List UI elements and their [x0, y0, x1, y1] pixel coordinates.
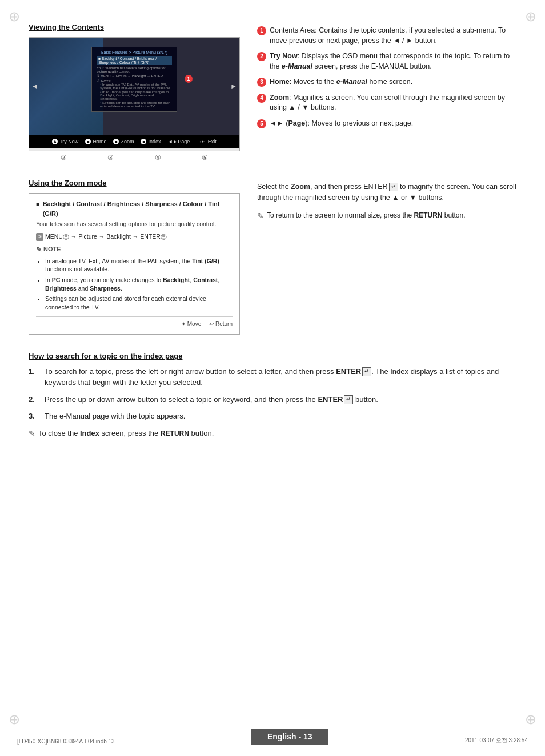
vc-item-3-text: Home: Moves to the e-Manual home screen.	[270, 77, 412, 87]
menu-panel-wrapper: Basic Features > Picture Menu (3/17) ■ B…	[73, 42, 195, 112]
index-section: How to search for a topic on the index p…	[29, 352, 516, 440]
nav-try-now-label: Try Now	[59, 139, 78, 144]
vc-item-1-text: Contents Area: Contains the topic conten…	[270, 26, 516, 46]
circle-3: 3	[257, 78, 266, 87]
index-steps-list: 1. To search for a topic, press the left…	[29, 366, 516, 422]
zoom-return-note: ✎ To return to the screen to normal size…	[257, 210, 516, 222]
step-num-3: 3.	[29, 411, 40, 422]
zoom-mode-heading: Using the Zoom mode	[29, 179, 240, 187]
nav-index-label: Index	[148, 139, 161, 144]
step-3-text: The e-Manual page with the topic appears…	[45, 411, 185, 422]
zoom-panel-footer: ✦ Move ↩ Return	[36, 316, 233, 328]
nav-zoom-icon: ■	[113, 139, 119, 144]
corner-mark-tl: ⊕	[9, 9, 20, 25]
menu-highlight-item: ■ Backlight / Contrast / Brightness / Sh…	[97, 56, 171, 65]
nav-index: ■ Index	[141, 139, 161, 144]
zoom-panel-title: ■ Backlight / Contrast / Brightness / Sh…	[36, 199, 233, 218]
zoom-right-panel: Select the Zoom, and then press ENTER↵ t…	[257, 179, 516, 335]
footer-left-text: [LD450-XC]BN68-03394A-L04.indb 13	[17, 738, 115, 745]
vc-numbered-list: 1 Contents Area: Contains the topic cont…	[257, 26, 516, 128]
zoom-cmd-text: MENU㊂ → Picture → Backlight → ENTER㊂	[45, 232, 167, 242]
nav-home-label: Home	[93, 139, 106, 144]
vc-item-5: 5 ◄► (Page): Moves to previous or next p…	[257, 119, 516, 129]
note-icon-label: ✎ NOTE	[36, 244, 233, 255]
tv-screen: ◄ ► Basic Features > Picture Menu (3/17)…	[29, 38, 239, 135]
nav-page: ◄►Page	[167, 139, 190, 144]
vc-item-3: 3 Home: Moves to the e-Manual home scree…	[257, 77, 516, 87]
note-symbol-icon: ✎	[257, 210, 264, 222]
index-step-3: 3. The e-Manual page with the topic appe…	[29, 411, 516, 422]
zoom-note-item-1: In analogue TV, Ext., AV modes of the PA…	[45, 257, 233, 274]
menu-panel-title: Basic Features > Picture Menu (3/17)	[97, 50, 171, 54]
zoom-panel: ■ Backlight / Contrast / Brightness / Sh…	[29, 193, 240, 335]
note-label: NOTE	[43, 244, 61, 254]
zoom-menu-cmd: ⑤ MENU㊂ → Picture → Backlight → ENTER㊂	[36, 232, 233, 242]
nav-a-icon: A	[52, 139, 58, 144]
step-1-text: To search for a topic, press the left or…	[45, 366, 516, 388]
num-label-5: ⑤	[202, 154, 208, 162]
nav-numbers-row: ② ③ ④ ⑤	[29, 151, 240, 162]
viewing-contents-heading: Viewing the Contents	[29, 23, 240, 31]
zoom-note-item-2: In PC mode, you can only make changes to…	[45, 276, 233, 292]
nav-page-label: ◄►Page	[167, 139, 190, 144]
corner-mark-bl: ⊕	[9, 711, 20, 727]
circle-2: 2	[257, 52, 266, 61]
menu-sub-text: Your television has several setting opti…	[97, 66, 171, 73]
footer-center: English - 13	[251, 729, 328, 745]
footer-move: ✦ Move	[181, 320, 201, 328]
index-step-2: 2. Press the up or down arrow button to …	[29, 394, 516, 405]
nav-zoom: ■ Zoom	[113, 139, 134, 144]
step-2-text: Press the up or down arrow button to sel…	[45, 394, 378, 405]
zoom-panel-square: ■	[36, 199, 40, 209]
menu-cmd-text: ⑤ MENU → Picture → Backlight → ENTER	[97, 74, 171, 78]
circle-1: 1	[257, 26, 266, 35]
index-step-1: 1. To search for a topic, press the left…	[29, 366, 516, 388]
zoom-note-item-3: Settings can be adjusted and stored for …	[45, 295, 233, 311]
menu-note-1: • In analogue TV, Ext., AV modes of the …	[100, 83, 171, 90]
vc-item-1: 1 Contents Area: Contains the topic cont…	[257, 26, 516, 46]
vc-right-panel: 1 Contents Area: Contains the topic cont…	[257, 23, 516, 162]
enter-btn-1: ↵	[362, 367, 371, 376]
corner-mark-br: ⊕	[525, 711, 536, 727]
circle-5: 5	[257, 119, 266, 128]
page-container: ⊕ ⊕ ⊕ ⊕ Viewing the Contents ◄ ► Basic F…	[0, 0, 545, 756]
enter-btn-2: ↵	[344, 395, 353, 404]
corner-mark-tr: ⊕	[525, 9, 536, 25]
num-label-2: ②	[61, 154, 67, 162]
menu-icon: ⑤	[36, 233, 43, 241]
index-heading: How to search for a topic on the index p…	[29, 352, 516, 360]
vc-item-5-text: ◄► (Page): Moves to previous or next pag…	[270, 119, 413, 129]
menu-note-3: • Settings can be adjusted and stored fo…	[100, 101, 171, 108]
footer-right-text: 2011-03-07 오전 3:28:54	[465, 737, 528, 745]
zoom-return-note-text: To return to the screen to normal size, …	[267, 210, 466, 220]
step-num-2: 2.	[29, 394, 40, 405]
zoom-note-section: ✎ NOTE In analogue TV, Ext., AV modes of…	[36, 244, 233, 312]
nav-exit: →↵ Exit	[197, 139, 217, 144]
step-num-1: 1.	[29, 366, 40, 388]
ref-circle-1: 1	[185, 75, 193, 83]
tv-arrow-left: ◄	[31, 82, 38, 90]
nav-index-icon: ■	[141, 139, 146, 144]
tv-nav-bar: A Try Now ■ Home ■ Zoom ■ Index	[29, 135, 239, 148]
index-note-symbol: ✎	[29, 428, 35, 440]
zoom-note-list: In analogue TV, Ext., AV modes of the PA…	[36, 257, 233, 312]
circle-4: 4	[257, 94, 266, 103]
enter-icon: ↵	[389, 183, 398, 192]
zoom-mode-section: Using the Zoom mode ■ Backlight / Contra…	[29, 179, 516, 335]
zoom-left-panel: Using the Zoom mode ■ Backlight / Contra…	[29, 179, 240, 335]
vc-item-2-text: Try Now: Displays the OSD menu that corr…	[270, 51, 516, 71]
num-label-3: ③	[107, 154, 114, 162]
zoom-panel-title-text: Backlight / Contrast / Brightness / Shar…	[43, 199, 233, 218]
vc-left-panel: Viewing the Contents ◄ ► Basic Features …	[29, 23, 240, 162]
nav-home-icon: ■	[85, 139, 91, 144]
page-badge: English - 13	[251, 729, 328, 745]
nav-exit-label: →↵ Exit	[197, 139, 217, 144]
tv-arrow-right: ►	[230, 82, 237, 90]
page-footer: [LD450-XC]BN68-03394A-L04.indb 13 Englis…	[0, 729, 545, 745]
index-note-text: To close the Index screen, press the RET…	[38, 428, 214, 439]
nav-try-now: A Try Now	[52, 139, 78, 144]
menu-note-2: • In PC mode, you can only make changes …	[100, 90, 171, 100]
vc-item-2: 2 Try Now: Displays the OSD menu that co…	[257, 51, 516, 71]
zoom-panel-sub: Your television has several setting opti…	[36, 220, 233, 229]
vc-item-4: 4 Zoom: Magnifies a screen. You can scro…	[257, 93, 516, 113]
